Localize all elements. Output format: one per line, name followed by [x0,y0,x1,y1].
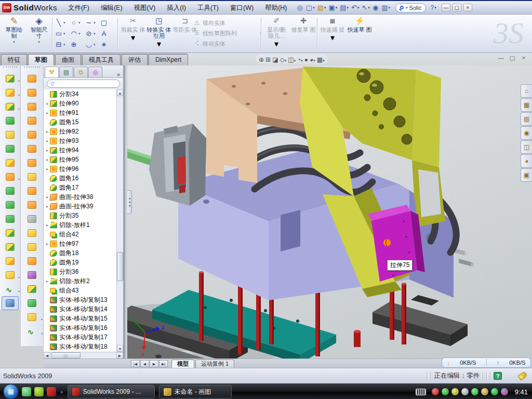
security-alert-icon[interactable] [432,388,439,395]
chevron-down-icon[interactable]: ▾ [18,93,20,97]
menu-item[interactable]: 编辑(E) [95,1,128,15]
document-tab[interactable]: 运动算例 1 [195,360,234,368]
chevron-down-icon[interactable]: ▾ [313,6,315,10]
surface-tool-button[interactable] [21,282,43,296]
view-tool-button[interactable]: ◪ [272,55,278,64]
tree-item[interactable]: ▸ 拉伸96 [44,164,123,174]
toolbar-grip[interactable] [3,66,17,71]
document-tab[interactable]: 模型 [171,360,194,368]
feature-tool-button[interactable] [0,114,20,128]
tree-item[interactable]: 圆角17 [44,183,123,192]
sketch-entity-button[interactable]: ◠ ▾ [69,28,84,39]
surface-tool-button[interactable]: ▾ [21,310,43,324]
tab-nav-button[interactable]: ▶ [150,360,158,367]
expand-arrow-icon[interactable]: ▸ [45,204,50,209]
chevron-down-icon[interactable]: ▾ [18,275,20,279]
expand-arrow-icon[interactable]: ▸ [45,157,50,162]
surface-tool-button[interactable] [21,296,43,310]
toolbar-button[interactable]: ▥ ▾ [380,3,391,13]
taskbar-task-paint[interactable]: 未命名 - 画图 [159,385,232,398]
expand-arrow-icon[interactable]: ▸ [45,139,50,143]
view-tool-button[interactable]: ● [304,55,308,64]
tree-item[interactable]: 圆角15 [44,117,123,127]
chevron-down-icon[interactable]: ▾ [18,177,20,181]
quick-tips-icon[interactable]: ? [494,372,502,380]
tree-item[interactable]: ▸ 曲面-拉伸38 [44,192,123,202]
tags-icon[interactable] [517,371,527,380]
chevron-down-icon[interactable]: ▾ [38,40,40,44]
surface-tool-button[interactable] [21,128,43,142]
feature-tool-button[interactable] [0,198,20,212]
expand-arrow-icon[interactable]: ▸ [45,167,50,171]
sketch-entity-button[interactable]: ▭ ▾ [54,28,69,39]
toolbar-grip[interactable] [24,66,40,71]
sketch-entity-button[interactable]: ○ ▾ [69,17,84,28]
chevron-down-icon[interactable]: ▾ [94,43,96,47]
surface-tool-button[interactable] [21,170,43,184]
tree-item[interactable]: ▸ 拉伸93 [44,136,123,145]
view-tool-button[interactable]: ⊕ [259,55,264,64]
feature-tool-button[interactable]: ▾ [0,72,20,86]
expand-arrow-icon[interactable]: ▸ [45,195,50,200]
surface-tool-button[interactable] [21,268,43,282]
chevron-down-icon[interactable]: ▾ [94,32,96,36]
expand-arrow-icon[interactable]: ▸ [45,279,50,284]
ribbon-tab[interactable]: 特征 [1,54,27,65]
surface-tool-button[interactable] [21,184,43,198]
sketch-entity-button[interactable]: ⊟ ▾ [54,39,69,50]
tree-item[interactable]: 实体-移动/复制18 [44,342,123,351]
chevron-down-icon[interactable]: ▾ [41,331,43,335]
task-pane-tab[interactable]: ⌂ [521,84,532,98]
smart-dimension-button[interactable]: ◈ 智能尺 寸 ▾ [27,16,51,50]
chevron-down-icon[interactable]: ▾ [324,6,326,10]
tree-item[interactable]: 分割35 [44,211,123,220]
toolbar-button[interactable]: ↶ ▾ [350,3,360,13]
chevron-down-icon[interactable]: ▾ [78,32,81,36]
tab-nav-button[interactable]: ▶| [159,360,168,367]
feature-tool-button[interactable] [0,156,20,170]
property-manager-tab[interactable]: ▤ [59,66,73,77]
task-pane-tab[interactable]: ◕ [521,154,532,168]
chevron-down-icon[interactable]: ▾ [78,21,81,25]
doc-window-button[interactable]: — [497,55,505,61]
window-button[interactable]: — [442,4,450,11]
more-tabs-chevron[interactable]: » [117,71,120,77]
tree-item[interactable]: 圆角18 [44,248,123,258]
task-pane-tab[interactable]: ▤ [521,112,532,126]
toolbar-button[interactable]: ◎ [296,3,304,13]
expand-arrow-icon[interactable]: ▸ [45,223,50,228]
xbox-icon[interactable] [34,387,44,396]
sketch-entity-button[interactable]: A [99,28,114,39]
keyboard-layout-icon[interactable] [416,389,426,395]
surface-tool-button[interactable] [21,72,43,86]
quick-launch-chevron[interactable]: » [60,389,63,395]
chevron-down-icon[interactable]: ▾ [294,59,296,62]
scroll-down-arrow[interactable]: ▼ [117,345,123,352]
feature-manager-tab[interactable]: ⚒ [45,66,59,77]
sketch-entity-button[interactable]: ⊘ ▾ [84,28,99,39]
toolbar-button[interactable]: ◉ [371,3,380,13]
tree-item[interactable]: ▸ 拉伸97 [44,239,123,248]
window-button[interactable]: × [463,4,472,11]
antivirus-shield-icon[interactable] [442,388,449,395]
feature-tool-button[interactable]: ▾ [0,282,20,296]
surface-tool-button[interactable] [21,254,43,268]
expand-arrow-icon[interactable]: ▸ [45,111,50,115]
filter-input[interactable]: ▽ [47,79,120,88]
surface-tool-button[interactable] [21,142,43,156]
surface-tool-button[interactable] [21,156,43,170]
expand-arrow-icon[interactable]: ▸ [45,101,50,106]
chevron-down-icon[interactable]: ▾ [434,6,436,10]
task-pane-tab[interactable]: ▣ [521,168,532,182]
chevron-down-icon[interactable]: ▾ [157,39,161,49]
sketch-entity-button[interactable]: ◡ ▾ [84,39,99,50]
tree-item[interactable]: 实体-移动/复制14 [44,304,123,314]
toolbar-button[interactable]: ▢ ▾ [305,3,316,13]
feature-tool-button[interactable]: ▾ [0,100,20,114]
tree-item[interactable]: 组合42 [44,230,123,239]
search-input[interactable]: ▾ Solic [395,3,426,12]
feature-tool-button[interactable] [0,254,20,268]
view-tool-button[interactable]: ◫▾ [288,55,296,64]
rapid-sketch-button[interactable]: ⚡ 快速草 图 [347,16,372,50]
tree-item[interactable]: 实体-移动/复制13 [44,295,123,304]
